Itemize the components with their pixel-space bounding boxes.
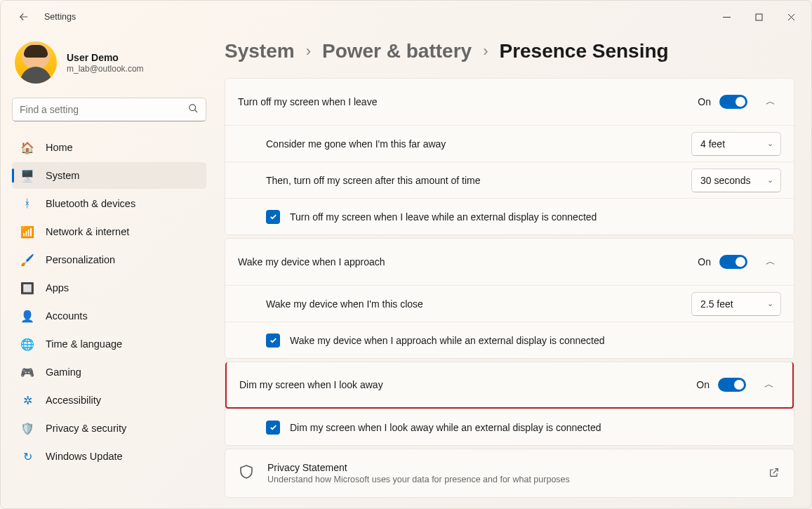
leave-checkbox[interactable] <box>266 210 280 224</box>
leave-title: Turn off my screen when I leave <box>238 96 377 107</box>
dim-checkbox[interactable] <box>266 421 280 435</box>
nav-label: System <box>46 170 79 181</box>
leave-header[interactable]: Turn off my screen when I leave On ︿ <box>225 79 794 125</box>
leave-checkbox-row[interactable]: Turn off my screen when I leave while an… <box>225 198 794 234</box>
search-icon <box>188 103 199 117</box>
leave-state: On <box>698 96 711 107</box>
user-profile[interactable]: User Demo m_lab@outlook.com <box>12 40 206 98</box>
dim-state: On <box>696 379 710 390</box>
chevron-right-icon: › <box>306 42 311 60</box>
leave-distance-select[interactable]: 4 feet ⌄ <box>691 132 781 156</box>
close-button[interactable] <box>775 6 807 27</box>
leave-time-row: Then, turn off my screen after this amou… <box>225 161 794 198</box>
accessibility-icon: ✲ <box>20 393 34 407</box>
wake-distance-label: Wake my device when I'm this close <box>266 298 423 310</box>
nav-label: Apps <box>46 282 69 293</box>
chevron-up-icon[interactable]: ︿ <box>759 374 780 395</box>
nav-network[interactable]: 📶Network & internet <box>12 218 206 245</box>
nav-label: Bluetooth & devices <box>46 198 135 209</box>
wake-checkbox[interactable] <box>266 333 280 348</box>
wake-distance-row: Wake my device when I'm this close 2.5 f… <box>225 285 794 322</box>
privacy-title: Privacy Statement <box>267 462 570 473</box>
leave-time-select[interactable]: 30 seconds ⌄ <box>691 168 781 192</box>
chevron-down-icon: ⌄ <box>767 299 773 308</box>
svg-rect-0 <box>756 14 762 20</box>
update-icon: ↻ <box>20 449 34 463</box>
nav-label: Personalization <box>46 254 115 265</box>
window-controls <box>710 6 807 27</box>
maximize-button[interactable] <box>743 6 775 27</box>
breadcrumb-power[interactable]: Power & battery <box>322 40 472 62</box>
nav-home[interactable]: 🏠Home <box>12 134 206 161</box>
nav-privacy[interactable]: 🛡️Privacy & security <box>12 415 206 442</box>
gamepad-icon: 🎮 <box>20 365 34 379</box>
minimize-button[interactable] <box>710 6 743 27</box>
apps-icon: 🔲 <box>20 281 34 295</box>
nav-system[interactable]: 🖥️System <box>12 162 206 189</box>
wifi-icon: 📶 <box>20 225 34 239</box>
section-dim: Dim my screen when I look away On ︿ Dim … <box>225 362 794 446</box>
search-input[interactable] <box>20 104 188 115</box>
user-name: User Demo <box>67 52 144 63</box>
select-value: 30 seconds <box>700 175 751 186</box>
leave-distance-row: Consider me gone when I'm this far away … <box>225 125 794 161</box>
nav-label: Accounts <box>46 310 88 322</box>
dim-title: Dim my screen when I look away <box>239 379 383 390</box>
section-wake: Wake my device when I approach On ︿ Wake… <box>225 238 794 359</box>
dim-checkbox-row[interactable]: Dim my screen when I look away while an … <box>225 409 794 445</box>
system-icon: 🖥️ <box>20 168 34 183</box>
wake-state: On <box>698 256 711 267</box>
wake-title: Wake my device when I approach <box>238 256 385 267</box>
chevron-right-icon: › <box>483 42 488 60</box>
nav-label: Time & language <box>46 338 122 350</box>
nav-personalization[interactable]: 🖌️Personalization <box>12 246 206 273</box>
wake-distance-select[interactable]: 2.5 feet ⌄ <box>691 292 781 316</box>
shield-outline-icon <box>238 463 258 483</box>
search-input-wrap[interactable] <box>12 98 206 121</box>
select-value: 4 feet <box>700 138 725 150</box>
sidebar: User Demo m_lab@outlook.com 🏠Home 🖥️Syst… <box>1 33 215 509</box>
wake-checkbox-row[interactable]: Wake my device when I approach while an … <box>225 322 794 358</box>
dim-checkbox-label: Dim my screen when I look away while an … <box>290 422 601 433</box>
breadcrumb-current: Presence Sensing <box>499 40 668 62</box>
chevron-up-icon[interactable]: ︿ <box>760 91 781 112</box>
chevron-down-icon: ⌄ <box>767 176 773 185</box>
external-link-icon <box>768 467 781 480</box>
nav-list: 🏠Home 🖥️System ᚼBluetooth & devices 📶Net… <box>12 134 206 470</box>
privacy-row[interactable]: Privacy Statement Understand how Microso… <box>225 449 794 497</box>
nav-bluetooth[interactable]: ᚼBluetooth & devices <box>12 190 206 217</box>
wake-toggle[interactable] <box>719 255 747 269</box>
leave-time-label: Then, turn off my screen after this amou… <box>266 175 481 186</box>
leave-toggle[interactable] <box>719 95 747 109</box>
titlebar: Settings <box>1 1 811 33</box>
nav-label: Home <box>46 142 73 153</box>
bluetooth-icon: ᚼ <box>20 197 34 211</box>
section-privacy[interactable]: Privacy Statement Understand how Microso… <box>225 449 794 498</box>
breadcrumb-system[interactable]: System <box>225 40 295 62</box>
wake-checkbox-label: Wake my device when I approach while an … <box>290 335 605 346</box>
window-title: Settings <box>44 12 76 22</box>
nav-label: Network & internet <box>46 226 129 237</box>
back-button[interactable] <box>13 6 34 27</box>
person-icon: 👤 <box>20 309 34 323</box>
chevron-down-icon: ⌄ <box>767 139 773 148</box>
globe-icon: 🌐 <box>20 337 34 351</box>
nav-accounts[interactable]: 👤Accounts <box>12 303 206 329</box>
select-value: 2.5 feet <box>700 298 733 310</box>
leave-distance-label: Consider me gone when I'm this far away <box>266 138 446 150</box>
chevron-up-icon[interactable]: ︿ <box>760 251 781 272</box>
nav-time[interactable]: 🌐Time & language <box>12 331 206 357</box>
avatar <box>15 41 57 84</box>
nav-label: Gaming <box>46 366 81 378</box>
user-email: m_lab@outlook.com <box>67 64 144 74</box>
nav-gaming[interactable]: 🎮Gaming <box>12 359 206 385</box>
dim-header[interactable]: Dim my screen when I look away On ︿ <box>225 362 794 409</box>
wake-header[interactable]: Wake my device when I approach On ︿ <box>225 239 794 285</box>
brush-icon: 🖌️ <box>20 253 34 267</box>
nav-accessibility[interactable]: ✲Accessibility <box>12 387 206 414</box>
leave-checkbox-label: Turn off my screen when I leave while an… <box>290 211 597 223</box>
nav-update[interactable]: ↻Windows Update <box>12 443 206 470</box>
nav-apps[interactable]: 🔲Apps <box>12 275 206 301</box>
dim-toggle[interactable] <box>718 378 746 392</box>
nav-label: Accessibility <box>46 395 101 406</box>
